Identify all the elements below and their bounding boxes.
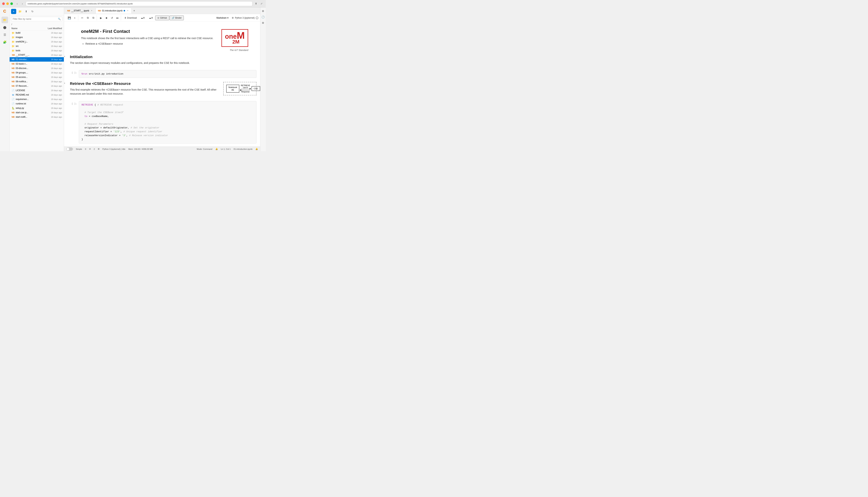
list-item[interactable]: NB 05-access... 18 days ago xyxy=(10,75,64,79)
address-text: notebooks.gesis.org/binder/jupyter/user/… xyxy=(28,3,133,5)
folder-icon: 📁 xyxy=(12,49,15,52)
minimize-button[interactable] xyxy=(6,2,9,5)
sidebar-right-properties[interactable]: ⚙ xyxy=(261,21,265,25)
file-list: 📁 build 18 days ago 📁 images 18 days ago… xyxy=(10,31,64,151)
address-bar[interactable]: notebooks.gesis.org/binder/jupyter/user/… xyxy=(26,1,253,6)
sidebar-item-filebrowser[interactable]: 📁 xyxy=(1,17,8,23)
close-button[interactable] xyxy=(2,2,5,5)
response-label: Response xyxy=(241,91,250,93)
toggle-knob xyxy=(67,148,69,150)
originator-line: originator = defaultOriginator, # Set th… xyxy=(85,126,159,129)
list-item-selected[interactable]: NB 01-introduc... 18 days ago xyxy=(10,57,64,62)
upload-cloud-button[interactable]: ☁⬆ xyxy=(139,15,147,20)
section2-content: Retrieve the <CSEBase> Resource This fir… xyxy=(68,80,219,99)
binder-button[interactable]: 🔗 Binder xyxy=(170,15,184,20)
file-name: runtime.txt xyxy=(16,102,47,105)
tab-intro[interactable]: NB 01-introduction.ipynb × xyxy=(96,8,131,14)
notebook-title: oneM2M - First Contact xyxy=(81,29,215,34)
retrieve-cell[interactable]: RETRIEVE { # RETRIEVE request # Target t… xyxy=(79,101,256,143)
list-item[interactable]: NB 04-groups.... 18 days ago xyxy=(10,70,64,75)
sidebar-item-toc[interactable]: ☰ xyxy=(1,31,8,38)
notebook-icon: NB xyxy=(12,75,15,79)
simple-toggle[interactable] xyxy=(66,147,73,151)
notebook-intro: This notebook shows the the first basic … xyxy=(81,36,215,40)
collapse-arrow[interactable]: ▾ xyxy=(64,53,68,68)
new-file-button[interactable]: + xyxy=(11,9,16,14)
file-name: __START__... xyxy=(16,54,47,56)
github-icon: ⊙ xyxy=(157,17,159,19)
bullet-item-1: Retrieve a <CSEBase> resource xyxy=(85,42,215,46)
list-item[interactable]: 📄 LICENSE 18 days ago xyxy=(10,88,64,93)
list-item[interactable]: 📁 src 18 days ago xyxy=(10,44,64,48)
forward-button[interactable]: › xyxy=(20,2,24,6)
code1-cell[interactable]: %run src/init.py introduction xyxy=(79,70,256,78)
list-item[interactable]: 📁 images 18 days ago xyxy=(10,35,64,40)
list-item[interactable]: NB 02-basic-r... 18 days ago xyxy=(10,62,64,66)
section2-container: ▾ Retrieve the <CSEBase> Resource This f… xyxy=(64,80,260,99)
sidebar-item-extensions[interactable]: 🧩 xyxy=(1,39,8,45)
collapse-arrow-2[interactable]: ▾ xyxy=(64,80,68,99)
tab-label: __START__.ipynb xyxy=(71,10,89,12)
back-button[interactable]: ‹ xyxy=(15,2,19,6)
section2-body: Retrieve the <CSEBase> Resource This fir… xyxy=(68,80,256,99)
sidebar-item-running[interactable]: ⬤ xyxy=(1,24,8,31)
run-button[interactable]: ▶ xyxy=(98,15,103,20)
diagram-arrows: RETRIEVEcse-in ▶ ◀ Response xyxy=(241,85,250,93)
file-modified: 18 days ago xyxy=(47,94,62,96)
run-all-button[interactable]: ⏭ xyxy=(115,15,120,20)
new-tab-button[interactable]: + xyxy=(131,8,137,13)
upload-cloud2-button[interactable]: ☁⬆ xyxy=(147,15,155,20)
maximize-button[interactable] xyxy=(10,2,13,5)
tab-start[interactable]: NB __START__.ipynb × xyxy=(65,8,96,14)
list-item[interactable]: 📁 oneM2M_j... 18 days ago xyxy=(10,40,64,44)
section2-title: Retrieve the <CSEBase> Resource xyxy=(70,82,217,86)
header-name: Name xyxy=(12,27,45,30)
logo-box: one M 2M xyxy=(222,29,248,47)
code1-body[interactable]: %run src/init.py introduction xyxy=(79,70,256,78)
retrieve-body[interactable]: RETRIEVE { # RETRIEVE request # Target t… xyxy=(79,101,256,143)
download-button[interactable]: ⬇ Download xyxy=(123,15,139,20)
search-input[interactable] xyxy=(13,18,58,20)
cut-button[interactable]: ✂ xyxy=(80,15,85,20)
list-item[interactable]: M README.md 18 days ago xyxy=(10,93,64,97)
restart-button[interactable]: ↺ xyxy=(110,15,115,20)
save-button[interactable]: 💾 xyxy=(67,15,72,20)
cell-type-selector[interactable]: Markdown ▾ xyxy=(215,16,230,20)
fullscreen-icon[interactable]: ⤢ xyxy=(259,2,264,6)
cell-gutter-1: [ ]: xyxy=(64,70,79,78)
list-item[interactable]: NB __START__... 18 days ago xyxy=(10,53,64,57)
list-item[interactable]: 📁 tools 18 days ago xyxy=(10,48,64,53)
copy-button[interactable]: ⧉ xyxy=(85,15,90,20)
retrieve-label: RETRIEVEcse-in xyxy=(241,85,250,88)
list-item[interactable]: 📁 build 18 days ago xyxy=(10,31,64,35)
list-item[interactable]: 📄 requiremen... 18 days ago xyxy=(10,97,64,101)
bell-icon: 🔔 xyxy=(215,148,218,150)
list-item[interactable]: 📄 runtime.txt 18 days ago xyxy=(10,101,64,106)
list-item[interactable]: NB start-cse.ip... 18 days ago xyxy=(10,110,64,115)
list-item[interactable]: NB 03-discove... 18 days ago xyxy=(10,66,64,70)
stop-button[interactable]: ■ xyxy=(104,15,109,20)
list-item[interactable]: NB 06-notifica... 18 days ago xyxy=(10,79,64,84)
list-item[interactable]: NB start-notifi... 18 days ago xyxy=(10,115,64,119)
tab-close-button[interactable]: × xyxy=(126,9,129,12)
list-item[interactable]: 🐍 setup.py 18 days ago xyxy=(10,106,64,110)
new-folder-button[interactable]: 📁 xyxy=(17,9,23,14)
file-name: README.md xyxy=(16,94,47,96)
github-button[interactable]: ⊙ GitHub xyxy=(155,15,169,20)
share-icon[interactable]: ⬆ xyxy=(254,2,258,6)
refresh-button[interactable]: ↻ xyxy=(30,9,35,14)
settings-icon[interactable]: ⚙ xyxy=(232,17,234,19)
sidebar-right-clock[interactable]: 🕐 xyxy=(261,15,265,19)
list-item[interactable]: NB 07-flexcont... 18 days ago xyxy=(10,84,64,88)
paste-button[interactable]: ⧉ xyxy=(91,15,96,20)
upload-button[interactable]: ⬆ xyxy=(24,9,29,14)
section1-desc: The section does import necessary module… xyxy=(70,61,254,65)
sidebar-right-settings[interactable]: ⚙ xyxy=(261,9,265,13)
tab-close-button[interactable]: × xyxy=(90,9,93,12)
python-icon: 🐍 xyxy=(12,106,15,110)
code1-path: src/init.py introduction xyxy=(87,72,123,75)
file-modified: 18 days ago xyxy=(47,63,62,65)
folder-icon: 📁 xyxy=(12,31,15,34)
add-cell-button[interactable]: + xyxy=(72,15,77,20)
tab-icon: NB xyxy=(98,10,101,12)
